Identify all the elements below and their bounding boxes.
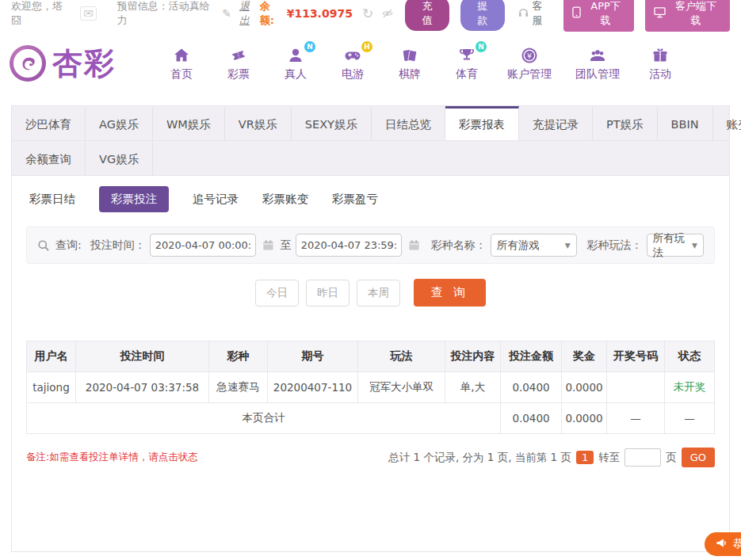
bet-time-from-input[interactable] xyxy=(150,234,256,257)
recharge-button[interactable]: 充值 xyxy=(405,0,449,31)
mail-icon[interactable]: ✉ xyxy=(80,6,97,21)
marquee-text: 恭喜用户 xyxy=(733,537,741,551)
winner-marquee[interactable]: 恭喜用户 xyxy=(705,532,741,556)
tab-lottery-report[interactable]: 彩票报表 xyxy=(445,106,519,140)
col-lottery: 彩种 xyxy=(209,341,268,372)
cell-issue: 20200407-110 xyxy=(268,372,358,403)
tab-bbin[interactable]: BBIN xyxy=(658,106,713,140)
edit-icon[interactable]: ✎ xyxy=(222,7,231,20)
calendar-icon[interactable] xyxy=(262,239,274,251)
subtab-lottery-daily[interactable]: 彩票日结 xyxy=(29,192,75,207)
go-button[interactable]: GO xyxy=(682,448,715,467)
nav-label: 团队管理 xyxy=(575,67,620,82)
welcome-text: 欢迎您，塔囧 xyxy=(11,0,72,28)
table-summary-row: 本页合计 0.0400 0.0000 — — xyxy=(27,403,715,434)
nav-item-sports[interactable]: N 体育 xyxy=(450,46,483,82)
home-icon xyxy=(171,46,192,65)
nav-item-egames[interactable]: H 电游 xyxy=(336,46,369,82)
col-draw-number: 开奖号码 xyxy=(607,341,665,372)
nav-item-cards[interactable]: 棋牌 xyxy=(393,46,426,82)
cell-bet-amount: 0.0400 xyxy=(501,372,562,403)
nav-item-lottery[interactable]: 彩票 xyxy=(222,46,255,82)
tab-vg[interactable]: VG娱乐 xyxy=(86,141,153,175)
lottery-subtabs: 彩票日结 彩票投注 追号记录 彩票账变 彩票盈亏 xyxy=(12,176,729,223)
nav-item-home[interactable]: 首页 xyxy=(165,46,198,82)
cards-icon xyxy=(399,46,420,65)
cell-status-link[interactable]: 未开奖 xyxy=(665,372,715,403)
bet-time-to-input[interactable] xyxy=(296,234,402,257)
app-download-button[interactable]: APP下载 xyxy=(563,0,634,32)
tab-balance-query[interactable]: 余额查询 xyxy=(12,141,86,175)
megaphone-icon xyxy=(715,537,728,551)
tab-wm[interactable]: WM娱乐 xyxy=(153,106,225,140)
nav-label: 活动 xyxy=(649,67,671,82)
site-header: 杏彩 首页 彩票 N 真人 H 电游 棋牌 N 体育 xyxy=(0,27,741,100)
tab-deposit-withdraw-records[interactable]: 充提记录 xyxy=(519,106,593,140)
refresh-balance-icon[interactable]: ↻ xyxy=(362,6,373,21)
tab-sexy[interactable]: SEXY娱乐 xyxy=(292,106,372,140)
query-label: 查询: xyxy=(55,238,82,253)
trophy-icon xyxy=(456,46,477,65)
to-label: 至 xyxy=(281,238,292,253)
logout-link[interactable]: 退出 xyxy=(239,0,260,28)
calendar-icon[interactable] xyxy=(408,239,420,251)
nav-item-promotions[interactable]: 活动 xyxy=(644,46,677,82)
play-type-label: 彩种玩法： xyxy=(587,238,643,253)
tab-ag[interactable]: AG娱乐 xyxy=(86,106,153,140)
nav-item-team[interactable]: 团队管理 xyxy=(575,46,620,82)
goto-page-input[interactable] xyxy=(625,448,661,467)
site-logo[interactable]: 杏彩 xyxy=(10,44,116,84)
game-name-select[interactable]: 所有游戏 ▼ xyxy=(491,234,577,257)
monitor-icon xyxy=(654,7,666,21)
col-username: 用户名 xyxy=(27,341,76,372)
nav-label: 首页 xyxy=(170,67,193,82)
table-header-row: 用户名 投注时间 彩种 期号 玩法 投注内容 投注金额 奖金 开奖号码 状态 xyxy=(27,341,715,372)
headset-icon xyxy=(518,6,529,21)
tab-shaba-sports[interactable]: 沙巴体育 xyxy=(12,106,86,140)
subtab-lottery-bets[interactable]: 彩票投注 xyxy=(99,186,169,212)
quick-filter-row: 今日 昨日 本周 查 询 xyxy=(12,279,729,307)
customer-service-link[interactable]: 客服 xyxy=(518,0,553,28)
balance-display: 余额: ¥113.0975 xyxy=(260,0,353,28)
today-button[interactable]: 今日 xyxy=(255,280,299,307)
summary-prize: 0.0000 xyxy=(562,403,607,434)
subtab-lottery-profit-loss[interactable]: 彩票盈亏 xyxy=(332,192,378,207)
note-text: 备注:如需查看投注单详情，请点击状态 xyxy=(26,451,198,464)
nav-label: 账户管理 xyxy=(507,67,552,82)
nav-item-live[interactable]: N 真人 xyxy=(279,46,312,82)
subtab-chase-records[interactable]: 追号记录 xyxy=(193,192,239,207)
withdraw-button[interactable]: 提款 xyxy=(460,0,505,31)
search-panel: 查询: 投注时间： 至 彩种名称： 所有游戏 ▼ 彩种玩法： 所有玩法 ▼ xyxy=(26,227,715,264)
cell-prize: 0.0000 xyxy=(562,372,607,403)
tab-pt[interactable]: PT娱乐 xyxy=(593,106,658,140)
nav-label: 体育 xyxy=(456,67,478,82)
client-download-button[interactable]: 客户端下载 xyxy=(645,0,730,32)
client-download-label: 客户端下载 xyxy=(670,0,721,28)
tab-vr[interactable]: VR娱乐 xyxy=(225,106,292,140)
topbar: 欢迎您，塔囧 ✉ 预留信息：活动真给力 ✎ 退出 余额: ¥113.0975 ↻… xyxy=(0,0,741,27)
pagination: 总计 1 个记录, 分为 1 页, 当前第 1 页 1 转至 页 GO xyxy=(388,448,715,467)
game-name-label: 彩种名称： xyxy=(431,238,487,253)
chevron-down-icon: ▼ xyxy=(565,242,571,250)
report-tabs-row1: 沙巴体育 AG娱乐 WM娱乐 VR娱乐 SEXY娱乐 日结总览 彩票报表 充提记… xyxy=(12,106,729,140)
play-type-select[interactable]: 所有玩法 ▼ xyxy=(647,234,704,257)
svg-text:¥: ¥ xyxy=(527,51,532,59)
game-name-selected: 所有游戏 xyxy=(497,238,540,253)
nav-item-account[interactable]: ¥ 账户管理 xyxy=(507,46,552,82)
subtab-lottery-account-change[interactable]: 彩票账变 xyxy=(262,192,308,207)
query-button[interactable]: 查 询 xyxy=(414,279,486,307)
play-type-selected: 所有玩法 xyxy=(653,231,687,260)
cell-draw-number xyxy=(607,372,665,403)
tab-daily-overview[interactable]: 日结总览 xyxy=(372,106,445,140)
tab-account-change-report[interactable]: 账变报表 xyxy=(713,106,741,140)
yesterday-button[interactable]: 昨日 xyxy=(306,280,349,307)
app-download-label: APP下载 xyxy=(586,0,625,28)
col-bet-amount: 投注金额 xyxy=(501,341,562,372)
this-week-button[interactable]: 本周 xyxy=(357,280,400,307)
current-page-badge[interactable]: 1 xyxy=(576,451,594,464)
summary-bet-amount: 0.0400 xyxy=(501,403,562,434)
new-badge: N xyxy=(476,41,487,52)
hide-balance-icon[interactable] xyxy=(381,7,394,20)
customer-service-label: 客服 xyxy=(533,0,553,28)
bets-table: 用户名 投注时间 彩种 期号 玩法 投注内容 投注金额 奖金 开奖号码 状态 t… xyxy=(26,341,715,434)
